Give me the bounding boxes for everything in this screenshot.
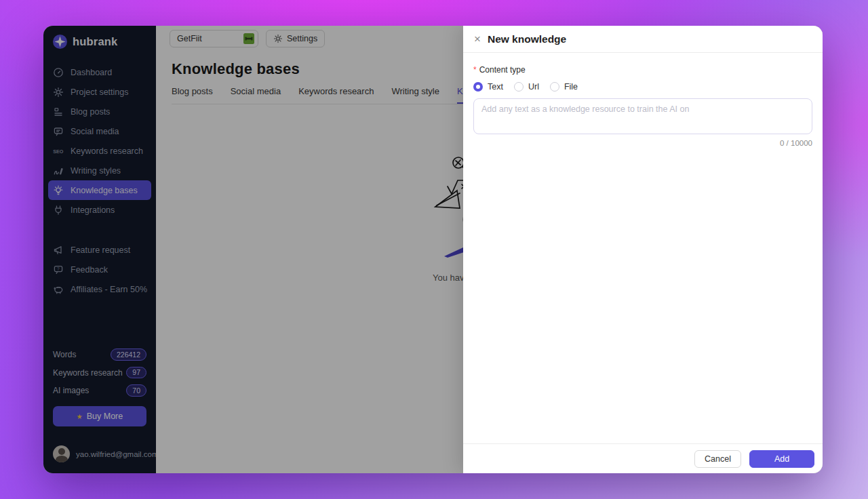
radio-url[interactable]: Url <box>514 82 539 92</box>
drawer-body: *Content type Text Url File 0 / 10000 <box>463 53 823 443</box>
radio-file[interactable]: File <box>550 82 578 92</box>
new-knowledge-drawer: × New knowledge *Content type Text Url F… <box>463 26 823 473</box>
app-window: hubrank Dashboard Project settings Blog … <box>43 26 823 473</box>
radio-label: File <box>564 82 578 92</box>
knowledge-text-input[interactable] <box>473 98 812 134</box>
drawer-header: × New knowledge <box>463 26 823 53</box>
cancel-button[interactable]: Cancel <box>694 450 741 468</box>
radio-label: Text <box>488 82 503 92</box>
content-type-radio-group: Text Url File <box>473 82 812 92</box>
add-button[interactable]: Add <box>749 450 814 468</box>
radio-dot-icon <box>514 82 524 92</box>
close-icon[interactable]: × <box>474 33 481 45</box>
radio-text[interactable]: Text <box>473 82 503 92</box>
required-mark: * <box>473 65 477 75</box>
radio-label: Url <box>528 82 539 92</box>
radio-dot-icon <box>473 82 483 92</box>
content-type-label: *Content type <box>473 65 812 75</box>
drawer-title: New knowledge <box>488 33 566 45</box>
character-counter: 0 / 10000 <box>473 139 812 147</box>
radio-dot-icon <box>550 82 559 92</box>
drawer-footer: Cancel Add <box>463 443 823 473</box>
